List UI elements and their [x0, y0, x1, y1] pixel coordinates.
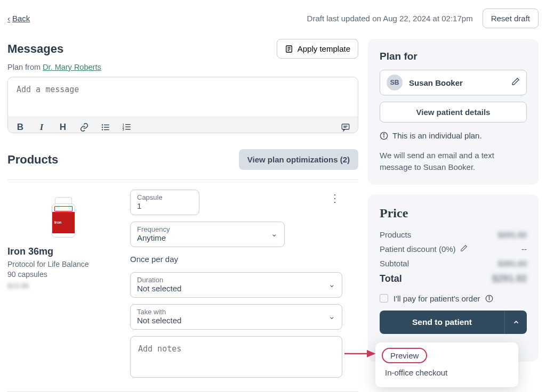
send-method-note: We will send an email and a text message…	[380, 150, 527, 173]
duration-label: Duration	[137, 276, 181, 284]
svg-point-6	[102, 129, 103, 130]
product-card: Iron Iron 36mg Protocol for Life Balance…	[7, 190, 119, 378]
svg-point-5	[102, 127, 103, 128]
svg-rect-8	[104, 127, 109, 128]
heading-icon[interactable]: H	[57, 121, 69, 133]
discount-label: Patient discount (0%)	[380, 244, 456, 254]
chevron-up-icon	[512, 318, 520, 326]
plan-from-prefix: Plan from	[7, 63, 43, 71]
discount-value: --	[521, 244, 527, 254]
take-with-select[interactable]: Take with Not selected ⌄	[130, 304, 342, 330]
duration-value: Not selected	[137, 284, 181, 293]
total-label: Total	[380, 273, 402, 284]
plan-type-info: This is an individual plan.	[392, 131, 482, 140]
product-title: Iron 36mg	[7, 246, 119, 257]
svg-rect-7	[104, 125, 109, 126]
capsule-qty-field[interactable]: Capsule 1	[130, 190, 199, 215]
avatar: SB	[387, 75, 403, 91]
product-image: Iron	[23, 190, 103, 241]
frequency-value: Anytime	[137, 233, 170, 242]
numbered-list-icon[interactable]: 123	[121, 121, 133, 133]
svg-text:3: 3	[123, 128, 124, 131]
kebab-menu-icon[interactable]: ⋮	[327, 190, 342, 207]
notes-input[interactable]	[130, 336, 342, 378]
draft-timestamp: Draft last updated on Aug 22, 2024 at 02…	[307, 14, 473, 23]
subtotal-label: Subtotal	[380, 259, 409, 268]
editor-toolbar: B I H 123	[8, 117, 358, 133]
frequency-label: Frequency	[137, 225, 170, 233]
chevron-down-icon: ⌄	[328, 312, 335, 321]
bullet-list-icon[interactable]	[100, 121, 111, 133]
preview-option[interactable]: Preview	[382, 348, 427, 363]
info-icon[interactable]	[485, 295, 493, 303]
chevron-down-icon: ⌄	[271, 229, 278, 239]
total-value: $291.92	[492, 273, 527, 284]
message-input[interactable]	[8, 77, 358, 115]
price-products-label: Products	[380, 230, 411, 239]
send-to-patient-button[interactable]: Send to patient	[380, 311, 504, 334]
chevron-left-icon: ‹	[7, 14, 10, 23]
back-label: Back	[12, 14, 30, 23]
svg-rect-16	[342, 124, 349, 129]
apply-template-button[interactable]: Apply template	[277, 39, 358, 59]
duration-select[interactable]: Duration Not selected ⌄	[130, 272, 342, 298]
italic-icon[interactable]: I	[36, 121, 47, 133]
products-heading: Products	[7, 153, 58, 167]
apply-template-label: Apply template	[298, 44, 350, 53]
patient-name: Susan Booker	[409, 78, 505, 87]
svg-point-21	[383, 134, 384, 134]
subtotal-value: $391.60	[498, 259, 527, 268]
in-office-checkout-option[interactable]: In-office checkout	[375, 363, 518, 382]
pay-for-order-label: I'll pay for patient's order	[394, 294, 480, 303]
plan-from-text: Plan from Dr. Mary Roberts	[7, 63, 358, 71]
back-link[interactable]: ‹ Back	[7, 14, 30, 23]
info-icon	[380, 132, 388, 140]
price-panel: Price Products $291.92 Patient discount …	[368, 194, 539, 362]
product-brand: Protocol for Life Balance	[7, 259, 119, 270]
messages-heading: Messages	[7, 42, 63, 56]
plan-for-heading: Plan for	[380, 51, 527, 62]
take-with-label: Take with	[137, 308, 181, 316]
svg-point-24	[489, 296, 489, 297]
comment-icon[interactable]	[340, 121, 351, 133]
divider	[7, 179, 358, 180]
svg-point-4	[102, 124, 103, 125]
edit-patient-icon[interactable]	[511, 77, 520, 88]
practitioner-link[interactable]: Dr. Mary Roberts	[43, 63, 101, 71]
edit-discount-icon[interactable]	[460, 244, 468, 254]
chevron-down-icon: ⌄	[328, 280, 335, 289]
bold-icon[interactable]: B	[14, 121, 26, 133]
callout-arrow-icon	[343, 347, 379, 360]
take-with-value: Not selected	[137, 316, 181, 325]
svg-rect-15	[125, 129, 131, 130]
svg-rect-14	[125, 127, 131, 128]
send-dropdown-toggle[interactable]	[504, 311, 527, 334]
capsule-value: 1	[137, 201, 192, 210]
plan-for-panel: Plan for SB Susan Booker View patient de…	[368, 39, 539, 185]
price-products-value: $291.92	[498, 230, 527, 239]
message-composer: B I H 123	[7, 77, 358, 133]
capsule-label: Capsule	[137, 193, 192, 201]
view-optimizations-button[interactable]: View plan optimizations (2)	[239, 149, 358, 170]
frequency-select[interactable]: Frequency Anytime ⌄	[130, 222, 285, 247]
send-dropdown-menu: Preview In-office checkout	[375, 342, 518, 387]
link-icon[interactable]	[78, 121, 90, 133]
product-size: 90 capsules	[7, 270, 119, 280]
template-icon	[285, 45, 293, 53]
patient-chip: SB Susan Booker	[380, 70, 527, 95]
view-patient-details-button[interactable]: View patient details	[380, 102, 527, 123]
product-price: $15.99	[7, 282, 119, 290]
reset-draft-button[interactable]: Reset draft	[483, 9, 539, 28]
svg-rect-13	[125, 124, 131, 125]
once-per-day-label: Once per day	[130, 255, 342, 264]
price-heading: Price	[380, 206, 527, 220]
pay-for-order-checkbox[interactable]	[380, 294, 388, 303]
svg-rect-9	[104, 129, 109, 130]
